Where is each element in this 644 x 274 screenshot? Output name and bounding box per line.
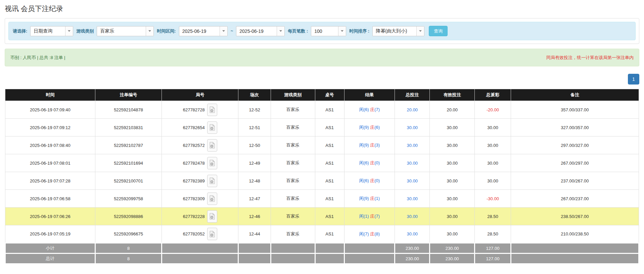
time-cell: 2025-06-19 07:05:19	[5, 225, 95, 243]
bet-video-icon[interactable]	[207, 210, 217, 223]
payout-cell: 30.00	[475, 172, 511, 190]
search-button[interactable]: 查询	[429, 26, 448, 36]
table-row: 2025-06-19 07:06:58 522592099758 6277823…	[5, 190, 639, 208]
game-type-value[interactable]: 百家乐	[97, 26, 146, 36]
payout-value: 30.00	[487, 161, 498, 166]
summary-count-cell: 8	[95, 243, 162, 254]
bet-no-cell: 522592099758	[95, 190, 162, 208]
round-no-value: 627782478	[183, 161, 205, 166]
query-type-select[interactable]: 日期查询	[30, 26, 73, 36]
result-banker: 庄	[370, 107, 374, 112]
date-from-select[interactable]: 2025-06-19	[179, 26, 228, 36]
payout-cell: -20.00	[475, 101, 511, 119]
total-bet-link[interactable]: 20.00	[407, 107, 418, 112]
page-size-label: 每页笔数 :	[288, 28, 308, 34]
total-bet-cell: 30.00	[395, 119, 430, 136]
payout-value: -20.00	[487, 107, 499, 112]
date-to-value[interactable]: 2025-06-19	[236, 26, 277, 36]
summary-row: 总计 8 230.00 230.00 127.00	[5, 254, 639, 264]
result-cell: 闲(6) 庄(7)	[344, 101, 395, 119]
chevron-down-icon[interactable]	[277, 26, 284, 36]
valid-bet-cell: 20.00	[430, 101, 475, 119]
sort-order-select[interactable]: 降幂(由大到小)	[372, 26, 424, 36]
payout-value: 30.00	[487, 143, 498, 148]
result-banker: 庄	[370, 143, 374, 148]
bet-no-cell: 522592102787	[95, 136, 162, 154]
header-payout: 总派彩	[475, 89, 511, 101]
total-bet-cell: 20.00	[395, 101, 430, 119]
result-banker-num: (3)	[374, 143, 380, 148]
result-cell: 闲(9) 庄(1)	[344, 190, 395, 208]
bet-video-icon[interactable]	[207, 175, 217, 187]
chevron-down-icon[interactable]	[220, 26, 227, 36]
bet-video-icon[interactable]	[207, 157, 217, 169]
total-bet-link[interactable]: 30.00	[407, 178, 418, 183]
bet-video-icon[interactable]	[207, 104, 217, 116]
game-type-select[interactable]: 百家乐	[97, 26, 154, 36]
table-no-cell: AS1	[315, 208, 344, 225]
table-row: 2025-06-19 07:07:28 522592100701 6277823…	[5, 172, 639, 190]
time-cell: 2025-06-19 07:08:01	[5, 154, 95, 172]
result-player: 闲(9)	[359, 196, 369, 201]
bet-records-table: 时间 注单编号 局号 场次 游戏类别 桌号 结果 总投注 有效投注 总派彩 备注…	[5, 89, 639, 264]
header-result: 结果	[344, 89, 395, 101]
session-cell: 12-48	[238, 172, 271, 190]
chevron-down-icon[interactable]	[65, 26, 73, 36]
date-to-select[interactable]: 2025-06-19	[236, 26, 285, 36]
sort-order-value[interactable]: 降幂(由大到小)	[373, 26, 416, 36]
summary-payout-cell: 127.00	[475, 254, 511, 264]
remark-cell: 357.00/337.00	[511, 101, 639, 119]
remark-cell: 297.00/327.00	[511, 136, 639, 154]
header-game-type: 游戏类别	[271, 89, 315, 101]
summary-row: 小计 8 230.00 230.00 127.00	[5, 243, 639, 254]
bet-video-icon[interactable]	[207, 139, 217, 152]
query-type-value[interactable]: 日期查询	[31, 26, 65, 36]
total-bet-link[interactable]: 30.00	[407, 161, 418, 166]
round-no-cell: 627782728	[162, 101, 238, 119]
remark-cell: 267.00/297.00	[511, 154, 639, 172]
round-no-cell: 627782478	[162, 154, 238, 172]
bet-no-cell: 522592100701	[95, 172, 162, 190]
remark-cell: 238.50/267.00	[511, 208, 639, 225]
chevron-down-icon[interactable]	[416, 26, 424, 36]
page-size-value[interactable]: 100	[311, 26, 338, 36]
bet-video-icon[interactable]	[207, 121, 217, 134]
table-no-cell: AS1	[315, 136, 344, 154]
round-no-value: 627782309	[183, 196, 205, 201]
bet-no-cell: 522592096675	[95, 225, 162, 243]
date-from-value[interactable]: 2025-06-19	[179, 26, 220, 36]
game-type-cell: 百家乐	[271, 225, 315, 243]
game-type-cell: 百家乐	[271, 190, 315, 208]
round-no-cell: 627782572	[162, 136, 238, 154]
remark-cell: 327.00/357.00	[511, 119, 639, 136]
session-cell: 12-46	[238, 208, 271, 225]
time-cell: 2025-06-19 07:07:28	[5, 172, 95, 190]
chevron-down-icon[interactable]	[338, 26, 346, 36]
chevron-down-icon[interactable]	[146, 26, 153, 36]
currency-total-text: 币别 : 人民币 | 总共 :8 注单 |	[10, 55, 65, 61]
payout-value: 30.00	[487, 178, 498, 183]
table-no-cell: AS1	[315, 101, 344, 119]
round-no-cell: 627782309	[162, 190, 238, 208]
header-round-no: 局号	[162, 89, 238, 101]
total-bet-link[interactable]: 30.00	[407, 214, 418, 219]
valid-bet-cell: 30.00	[430, 136, 475, 154]
valid-bet-cell: 30.00	[430, 154, 475, 172]
page-1-button[interactable]: 1	[628, 74, 639, 85]
bet-video-icon[interactable]	[207, 193, 217, 205]
bet-no-cell: 522592101694	[95, 154, 162, 172]
total-bet-link[interactable]: 30.00	[407, 231, 418, 236]
total-bet-link[interactable]: 30.00	[407, 196, 418, 201]
result-banker-num: (7)	[374, 107, 380, 112]
time-cell: 2025-06-19 07:09:12	[5, 119, 95, 136]
total-bet-link[interactable]: 30.00	[407, 125, 418, 130]
total-bet-link[interactable]: 30.00	[407, 143, 418, 148]
summary-total-bet-cell: 230.00	[395, 254, 430, 264]
bet-video-icon[interactable]	[207, 228, 217, 240]
table-row: 2025-06-19 07:09:40 522592104878 6277827…	[5, 101, 639, 119]
page-size-select[interactable]: 100	[311, 26, 346, 36]
valid-bet-cell: 30.00	[430, 172, 475, 190]
remark-cell: 267.00/237.00	[511, 190, 639, 208]
header-table-no: 桌号	[315, 89, 344, 101]
result-banker: 庄	[370, 160, 374, 165]
